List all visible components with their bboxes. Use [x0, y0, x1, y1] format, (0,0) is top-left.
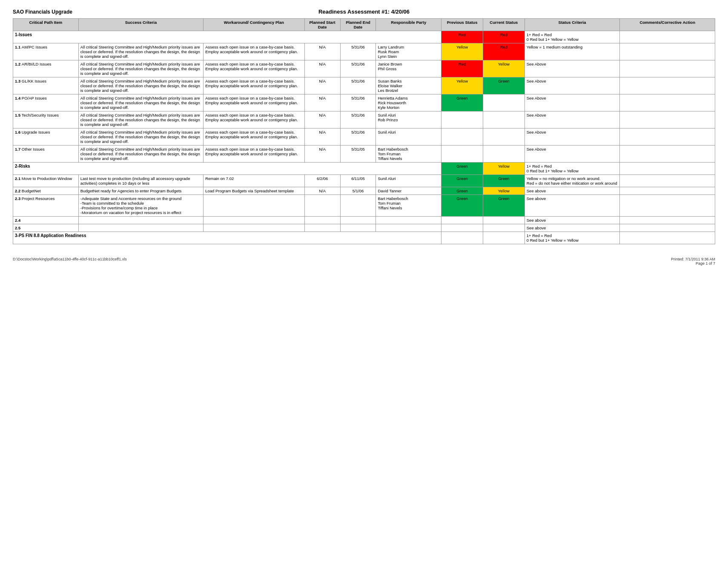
footer-left: D:\Docstoc\Working\pdf\a5ca11b0-4ffe-40c… [13, 257, 127, 266]
row-status-criteria: See Above [525, 146, 620, 163]
row-planned-start: N/A [304, 43, 340, 60]
section-curr-status [483, 232, 525, 244]
section-header-row: 3-PS FIN 8.8 Application Readiness1+ Red… [13, 232, 715, 244]
row-success: All critical Steering Committee and High… [78, 146, 203, 163]
row-workaround: Assess each open issue on a case-by-case… [203, 60, 305, 77]
row-num-critical: 2.4 [13, 217, 79, 224]
row-success [78, 224, 203, 232]
row-status-criteria: See Above [525, 94, 620, 111]
row-comments [620, 224, 715, 232]
row-prev-status [441, 129, 483, 146]
row-curr-status: Green [483, 77, 525, 94]
row-workaround: Assess each open issue on a case-by-case… [203, 129, 305, 146]
table-row: 1.6 Upgrade IssuesAll critical Steering … [13, 129, 715, 146]
section-label: 2-Risks [13, 163, 441, 175]
row-prev-status: Yellow [441, 77, 483, 94]
col-header-planned-start: Planned Start Date [304, 19, 340, 31]
row-workaround: Remain on 7.02 [203, 175, 305, 187]
table-row: 2.3 Project Resources-Adequate State and… [13, 195, 715, 217]
row-planned-start: N/A [304, 187, 340, 195]
row-num-critical: 1.6 Upgrade Issues [13, 129, 79, 146]
row-responsible [376, 217, 441, 224]
row-responsible [376, 224, 441, 232]
row-prev-status [441, 146, 483, 163]
row-planned-start: N/A [304, 111, 340, 129]
row-status-criteria: See above [525, 187, 620, 195]
header-center: Readiness Assessment #1: 4/20/06 [98, 9, 630, 15]
section-curr-status: Red [483, 31, 525, 43]
table-row: 1.1 AM/PC IssuesAll critical Steering Co… [13, 43, 715, 60]
section-comments [620, 232, 715, 244]
row-num-critical: 2.2 BudgetNet [13, 187, 79, 195]
col-header-critical: Critical Path Item [13, 19, 79, 31]
row-comments [620, 77, 715, 94]
section-curr-status: Yellow [483, 163, 525, 175]
row-prev-status: Green [441, 187, 483, 195]
section-prev-status [441, 232, 483, 244]
table-row: 1.3 GL/KK IssuesAll critical Steering Co… [13, 77, 715, 94]
section-status-legend: 1+ Red = Red 0 Red but 1+ Yellow = Yello… [525, 232, 620, 244]
header-left: SAO Financials Upgrade [13, 9, 98, 15]
row-prev-status: Green [441, 195, 483, 217]
row-num-critical: 2.1 Move to Production Window [13, 175, 79, 187]
col-header-planned-end: Planned End Date [340, 19, 376, 31]
row-comments [620, 187, 715, 195]
page-footer: D:\Docstoc\Working\pdf\a5ca11b0-4ffe-40c… [13, 257, 715, 266]
row-comments [620, 217, 715, 224]
col-header-success: Success Criteria [78, 19, 203, 31]
row-prev-status: Green [441, 94, 483, 111]
row-curr-status [483, 94, 525, 111]
row-responsible: Susan Banks Eloise Walker Les Brotzel [376, 77, 441, 94]
table-row: 1.7 Other IssuesAll critical Steering Co… [13, 146, 715, 163]
row-success: All critical Steering Committee and High… [78, 129, 203, 146]
row-status-criteria: See Above [525, 111, 620, 129]
row-responsible: Sunil Aluri [376, 175, 441, 187]
row-num-critical: 1.5 Tech/Security Issues [13, 111, 79, 129]
row-curr-status [483, 111, 525, 129]
row-responsible: Sunil Aluri Rob Prinzo [376, 111, 441, 129]
row-planned-start [304, 195, 340, 217]
row-prev-status: Green [441, 175, 483, 187]
table-row: 1.2 AR/BI/LD IssuesAll critical Steering… [13, 60, 715, 77]
row-planned-end: 5/31/06 [340, 129, 376, 146]
row-prev-status [441, 111, 483, 129]
section-header-row: 2-RisksGreenYellow1+ Red = Red 0 Red but… [13, 163, 715, 175]
row-prev-status: Yellow [441, 43, 483, 60]
row-responsible: Sunil Aluri [376, 129, 441, 146]
row-status-criteria: Yellow = 1 medium outstanding [525, 43, 620, 60]
row-planned-start: N/A [304, 129, 340, 146]
row-num-critical: 1.1 AM/PC Issues [13, 43, 79, 60]
row-comments [620, 195, 715, 217]
row-status-criteria: See above [525, 224, 620, 232]
row-workaround: Assess each open issue on a case-by-case… [203, 43, 305, 60]
table-row: 1.4 PO/AP IssuesAll critical Steering Co… [13, 94, 715, 111]
row-success: BudgetNet ready for Agencies to enter Pr… [78, 187, 203, 195]
row-num-critical: 2.3 Project Resources [13, 195, 79, 217]
row-status-criteria: See Above [525, 77, 620, 94]
row-curr-status [483, 217, 525, 224]
row-planned-end: 6/11/05 [340, 175, 376, 187]
row-responsible: Bart Haberbosch Tom Fruman Tiffani Nevel… [376, 195, 441, 217]
row-responsible: Henrietta Adams Rick Housworth Kyle Mort… [376, 94, 441, 111]
row-status-criteria: See Above [525, 60, 620, 77]
table-row: 2.2 BudgetNetBudgetNet ready for Agencie… [13, 187, 715, 195]
row-workaround [203, 224, 305, 232]
section-header-row: 1-IssuesRedRed1+ Red = Red 0 Red but 1+ … [13, 31, 715, 43]
row-status-criteria: Yellow = no mitigation or no work around… [525, 175, 620, 187]
row-num-critical: 1.7 Other Issues [13, 146, 79, 163]
row-responsible: Bart Haberbosch Tom Fruman Tiffani Nevel… [376, 146, 441, 163]
row-planned-start: N/A [304, 77, 340, 94]
row-comments [620, 94, 715, 111]
row-success: All critical Steering Committee and High… [78, 111, 203, 129]
row-curr-status: Green [483, 175, 525, 187]
col-header-status-criteria: Status Criteria [525, 19, 620, 31]
section-prev-status: Red [441, 31, 483, 43]
row-comments [620, 175, 715, 187]
row-num-critical: 1.4 PO/AP Issues [13, 94, 79, 111]
footer-right: Printed: 7/1/2011 9:36 AM Page 1 of 7 [671, 257, 715, 266]
row-planned-start: N/A [304, 94, 340, 111]
col-header-workaround: Workaround/ Contingency Plan [203, 19, 305, 31]
row-planned-end: 5/31/06 [340, 94, 376, 111]
row-planned-start: N/A [304, 146, 340, 163]
row-prev-status [441, 224, 483, 232]
